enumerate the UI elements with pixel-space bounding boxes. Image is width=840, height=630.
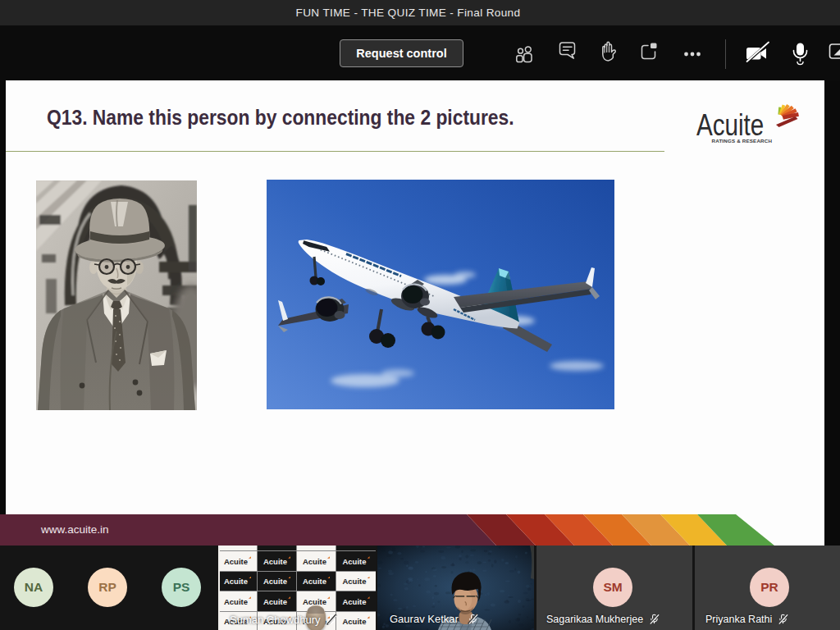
svg-text:RATINGS & RESEARCH: RATINGS & RESEARCH bbox=[712, 138, 773, 144]
